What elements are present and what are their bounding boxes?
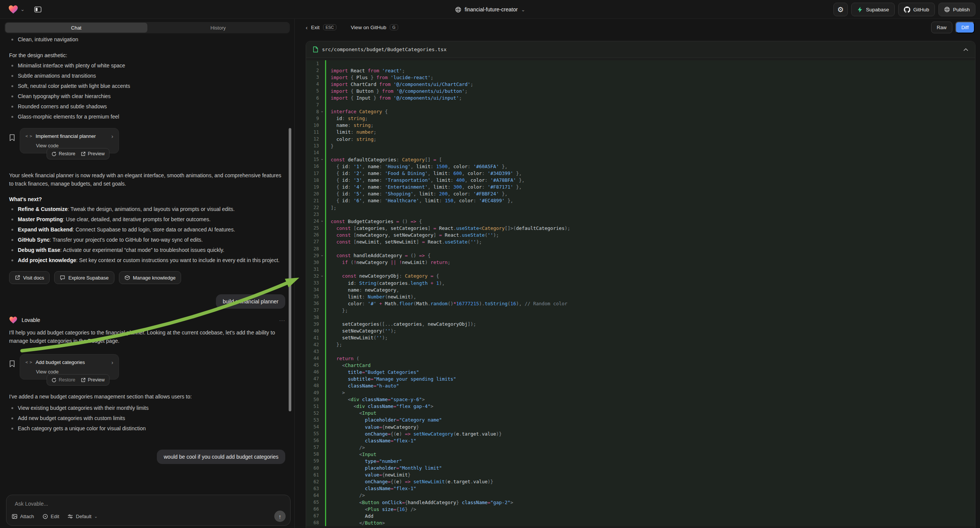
code-file-header[interactable]: src/components/budget/BudgetCategories.t… (306, 41, 975, 58)
line-number: 7 (306, 102, 319, 108)
line-number: 39 (306, 321, 319, 327)
bookmark-icon[interactable] (9, 360, 15, 369)
version-actions: Restore Preview (46, 374, 110, 386)
attach-button[interactable]: Attach (12, 514, 34, 519)
version-card-row: < > Implement financial planner › View c… (9, 128, 285, 153)
code-line: 20 { id: '5', name: 'Shopping', limit: 2… (306, 191, 975, 197)
code-line: 53 placeholder="Category name" (306, 417, 975, 423)
fold-chevron-icon[interactable]: › (318, 273, 325, 279)
line-number: 5 (306, 88, 319, 94)
list-item: GitHub Sync: Transfer your project's cod… (9, 236, 285, 243)
chat-scrollbar[interactable] (289, 128, 291, 411)
design-aesthetic-heading: For the design aesthetic: (9, 52, 285, 58)
tab-chat[interactable]: Chat (5, 23, 147, 33)
bullet-dot (11, 85, 13, 87)
preview-button[interactable]: Preview (81, 151, 105, 156)
code-line: 23 (306, 211, 975, 218)
assistant-paragraph: I've added a new budget categories manag… (9, 393, 285, 401)
line-number: 19 (306, 184, 319, 190)
collapse-file-icon[interactable] (963, 48, 968, 51)
view-code-link[interactable]: View code (36, 143, 113, 148)
fold-chevron-icon[interactable]: › (318, 109, 325, 115)
line-number: 46 (306, 369, 319, 375)
code-line: 63 className="flex-1" (306, 485, 975, 492)
visit-docs-button[interactable]: Visit docs (9, 271, 49, 284)
project-globe-icon (455, 6, 461, 13)
user-message-row: build a financial planner (9, 294, 285, 309)
user-message-bubble: would be cool if you could add budget ca… (157, 450, 285, 464)
added-features-list: View existing budget categories with the… (9, 404, 285, 432)
line-number: 40 (306, 328, 319, 334)
version-card-add-budget-categories[interactable]: < > Add budget categories › View code Re… (20, 354, 119, 380)
view-code-link[interactable]: View code (36, 369, 113, 375)
raw-toggle-button[interactable]: Raw (931, 22, 952, 33)
send-button[interactable]: ↑ (274, 511, 286, 522)
bullet-dot (11, 239, 13, 241)
code-line: 68 </Button> (306, 519, 975, 526)
bookmark-icon[interactable] (9, 134, 15, 143)
line-number: 48 (306, 383, 319, 388)
restore-icon (51, 151, 56, 156)
chevron-right-icon: › (111, 359, 113, 366)
line-number: 68 (306, 520, 319, 525)
line-number: 57 (306, 445, 319, 450)
line-number: 23 (306, 212, 319, 217)
diff-toggle-button[interactable]: Diff (955, 22, 975, 33)
chat-bubble-icon (60, 275, 65, 280)
design-bullet-list: Minimalist interface with plenty of whit… (9, 62, 285, 121)
fold-chevron-icon[interactable]: › (318, 156, 325, 162)
external-link-icon (81, 151, 86, 156)
lovable-logo-icon[interactable] (8, 5, 18, 14)
sliders-icon (67, 514, 73, 519)
supabase-button[interactable]: Supabase (851, 3, 895, 16)
publish-button[interactable]: Publish (938, 3, 975, 16)
code-panel-header: ‹ Exit ESC View on GitHub G Raw Diff (295, 19, 980, 36)
line-number: 20 (306, 191, 319, 197)
project-switcher[interactable]: financial-future-creator ⌄ (455, 0, 525, 19)
list-item: View existing budget categories with the… (9, 404, 285, 412)
code-line: 26 const [newCategory, setNewCategory] =… (306, 231, 975, 238)
line-number: 24 (306, 219, 319, 224)
restore-button[interactable]: Restore (51, 151, 75, 156)
view-on-github-button[interactable]: View on GitHub G (351, 24, 398, 31)
code-line: 8›interface Category { (306, 108, 975, 115)
code-line: 43 (306, 348, 975, 355)
fold-chevron-icon[interactable]: › (318, 253, 325, 259)
external-link-icon (15, 275, 20, 280)
code-line: 66 <Plus size={16} /> (306, 506, 975, 512)
code-line: 56 className="flex-1" (306, 437, 975, 444)
github-button[interactable]: GitHub (898, 3, 935, 16)
preview-button[interactable]: Preview (81, 377, 105, 383)
list-item: Glass-morphic elements for a premium fee… (9, 113, 285, 121)
model-selector[interactable]: Default ⌄ (67, 514, 97, 519)
line-number: 55 (306, 431, 319, 436)
restore-button[interactable]: Restore (51, 377, 75, 383)
workspace-caret-icon[interactable]: ⌄ (21, 6, 25, 12)
bullet-dot (11, 65, 13, 67)
toggle-sidebar-icon[interactable] (32, 4, 44, 15)
version-card-implement-planner[interactable]: < > Implement financial planner › View c… (20, 128, 119, 153)
code-line: 42 }; (306, 341, 975, 348)
line-number: 51 (306, 404, 319, 409)
manage-knowledge-button[interactable]: Manage knowledge (119, 271, 181, 284)
line-number: 64 (306, 493, 319, 498)
exit-button[interactable]: ‹ Exit ESC (306, 24, 336, 31)
tab-history[interactable]: History (147, 23, 290, 33)
code-editor[interactable]: 12import React from 'react';3import { Pl… (306, 58, 975, 526)
more-options-icon[interactable]: ··· (279, 317, 285, 323)
file-icon (313, 46, 318, 52)
chat-scroll-area[interactable]: Clean, intuitive navigation For the desi… (0, 33, 294, 491)
bullet-dot (11, 219, 13, 220)
prompt-input[interactable]: Ask Lovable... (15, 501, 285, 507)
fold-chevron-icon[interactable]: › (318, 218, 325, 224)
code-line: 40 setNewCategory(''); (306, 328, 975, 334)
settings-button[interactable]: ⚙ (834, 3, 848, 16)
line-number: 43 (306, 349, 319, 354)
chat-history-tabs: Chat History (5, 22, 290, 33)
edit-mode-button[interactable]: Edit (43, 514, 59, 519)
code-line: 1 (306, 60, 975, 67)
chevron-down-icon: ⌄ (94, 514, 97, 519)
explore-supabase-button[interactable]: Explore Supabase (54, 271, 114, 284)
list-item: Subtle animations and transitions (9, 72, 285, 80)
line-number: 47 (306, 376, 319, 382)
